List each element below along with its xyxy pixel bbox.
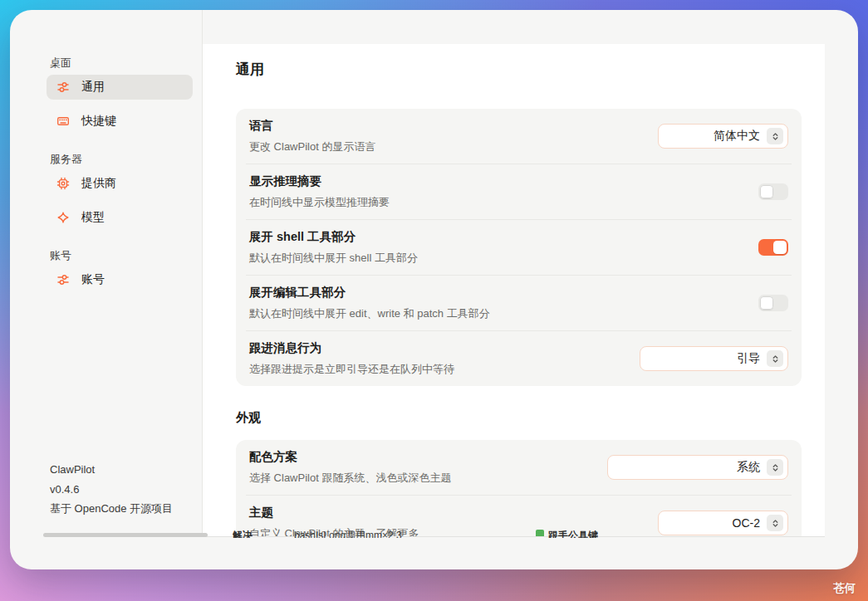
language-select[interactable]: 简体中文 <box>658 124 788 149</box>
app-version: v0.4.6 <box>50 480 173 500</box>
sidebar-item-account[interactable]: 账号 <box>47 267 193 292</box>
setting-row-expand-shell: 展开 shell 工具部分 默认在时间线中展开 shell 工具部分 <box>236 220 802 275</box>
sliders-icon <box>56 81 70 94</box>
setting-description: 默认在时间线中展开 edit、write 和 patch 工具部分 <box>249 306 490 321</box>
chevron-up-down-icon <box>767 350 783 367</box>
expand-edit-toggle[interactable] <box>758 295 788 311</box>
section-title-appearance: 外观 <box>236 410 802 426</box>
expand-shell-toggle[interactable] <box>758 239 788 256</box>
toggle-knob <box>773 241 787 254</box>
setting-label: 展开 shell 工具部分 <box>249 229 418 245</box>
general-settings-card: 语言 更改 ClawPilot 的显示语言 简体中文 显示推理摘要 在时间线中 <box>236 109 802 386</box>
followup-behavior-select[interactable]: 引导 <box>640 346 788 371</box>
setting-label: 显示推理摘要 <box>249 173 390 189</box>
setting-row-language: 语言 更改 ClawPilot 的显示语言 简体中文 <box>236 109 802 164</box>
app-name: ClawPilot <box>50 460 173 480</box>
chip-icon <box>56 177 70 190</box>
sidebar-item-label: 提供商 <box>81 176 116 191</box>
color-scheme-select[interactable]: 系统 <box>607 455 788 480</box>
chevron-up-down-icon <box>767 515 783 531</box>
sparkle-icon <box>56 211 70 224</box>
sidebar-item-providers[interactable]: 提供商 <box>47 171 193 196</box>
select-value: 系统 <box>737 460 760 475</box>
appearance-settings-card: 配色方案 选择 ClawPilot 跟随系统、浅色或深色主题 系统 主题 自定 <box>236 440 802 537</box>
setting-label: 语言 <box>249 118 375 134</box>
clipped-text-fragment: bashIsLong调用mm×2 3 <box>294 530 402 538</box>
app-info: ClawPilot v0.4.6 基于 OpenCode 开源项目 <box>50 460 173 519</box>
reasoning-summary-toggle[interactable] <box>758 183 788 200</box>
chevron-up-down-icon <box>767 459 783 476</box>
toggle-knob <box>760 296 773 310</box>
sidebar-section-desktop: 桌面 <box>50 56 202 70</box>
select-value: 引导 <box>737 351 760 366</box>
clawpilot-settings-window: 桌面 通用 快捷键 服务器 <box>10 10 858 569</box>
setting-description: 在时间线中显示模型推理摘要 <box>249 195 390 210</box>
setting-row-reasoning-summary: 显示推理摘要 在时间线中显示模型推理摘要 <box>236 164 802 219</box>
sidebar: 桌面 通用 快捷键 服务器 <box>10 10 202 569</box>
window-bottom-bar <box>43 533 208 537</box>
select-value: 简体中文 <box>714 129 760 144</box>
sidebar-item-label: 通用 <box>81 80 105 95</box>
keyboard-icon <box>56 115 70 128</box>
green-badge-icon <box>536 530 544 536</box>
theme-select[interactable]: OC-2 <box>658 511 788 535</box>
clipped-text-fragment: 跟手公具键 <box>548 530 598 538</box>
sidebar-item-general[interactable]: 通用 <box>47 75 193 100</box>
sliders-icon <box>56 273 70 286</box>
setting-row-expand-edit: 展开编辑工具部分 默认在时间线中展开 edit、write 和 patch 工具… <box>236 276 802 330</box>
chevron-up-down-icon <box>767 128 783 144</box>
sidebar-item-shortcuts[interactable]: 快捷键 <box>47 109 193 134</box>
sidebar-section-server: 服务器 <box>50 153 202 166</box>
setting-description: 更改 ClawPilot 的显示语言 <box>249 139 375 154</box>
setting-label: 主题 <box>249 505 419 520</box>
setting-label: 配色方案 <box>249 449 451 465</box>
setting-row-followup-behavior: 跟进消息行为 选择跟进提示是立即引导还是在队列中等待 引导 <box>236 331 802 386</box>
setting-description: 选择跟进提示是立即引导还是在队列中等待 <box>249 362 454 377</box>
setting-label: 展开编辑工具部分 <box>249 285 490 300</box>
toggle-knob <box>760 185 773 198</box>
select-value: OC-2 <box>733 516 760 530</box>
sidebar-item-label: 账号 <box>81 272 105 287</box>
settings-panel: 通用 语言 更改 ClawPilot 的显示语言 简体中文 <box>203 44 825 537</box>
sidebar-item-label: 快捷键 <box>81 114 116 129</box>
sidebar-section-account: 账号 <box>50 249 202 262</box>
setting-row-color-scheme: 配色方案 选择 ClawPilot 跟随系统、浅色或深色主题 系统 <box>236 440 802 495</box>
setting-label: 跟进消息行为 <box>249 340 454 356</box>
setting-description: 默认在时间线中展开 shell 工具部分 <box>249 251 418 266</box>
sidebar-item-label: 模型 <box>81 210 105 225</box>
setting-description: 选择 ClawPilot 跟随系统、浅色或深色主题 <box>249 471 451 486</box>
clipped-text-fragment: 解决 <box>233 530 253 538</box>
sidebar-item-models[interactable]: 模型 <box>47 205 193 230</box>
app-based-on: 基于 OpenCode 开源项目 <box>50 499 173 519</box>
watermark: 苍何 <box>833 581 856 596</box>
page-title: 通用 <box>236 60 802 79</box>
